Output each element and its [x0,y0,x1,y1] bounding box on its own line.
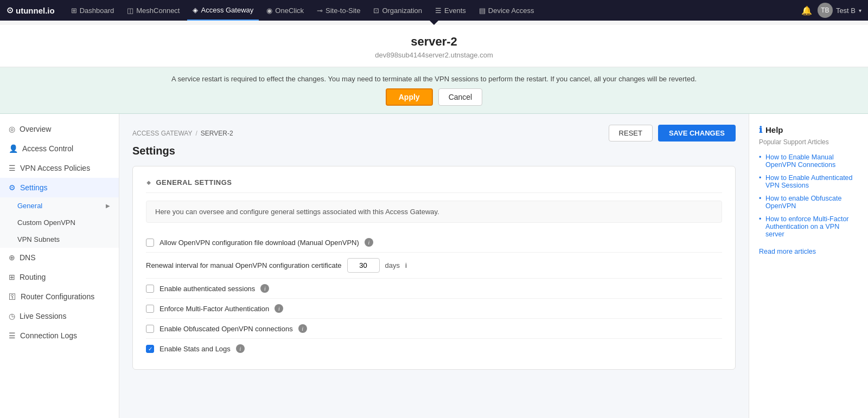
main-content: ACCESS GATEWAY / SERVER-2 RESET SAVE CHA… [119,114,749,418]
notification-message: A service restart is required to effect … [11,75,857,83]
sidebar-dns-label: DNS [20,253,36,262]
sidebar-sub-general[interactable]: General ▶ [0,197,119,214]
sidebar-item-vpn-access-policies[interactable]: ☰ VPN Access Policies [0,158,119,178]
checkbox-obfuscated[interactable] [146,325,154,333]
nav-active-indicator [0,21,868,25]
info-icon-renewal[interactable]: i [405,261,407,269]
sidebar-vpn-policies-label: VPN Access Policies [20,164,90,172]
sidebar-item-connection-logs[interactable]: ☰ Connection Logs [0,326,119,345]
nav-organization-label: Organization [382,7,422,15]
user-menu[interactable]: TB Test B ▾ [818,3,861,18]
label-stats-logs: Enable Stats and Logs [159,345,231,353]
vpn-access-policies-icon: ☰ [9,164,16,172]
notification-banner: A service restart is required to effect … [0,67,868,114]
server-name: server-2 [0,35,868,49]
sidebar-item-dns[interactable]: ⊕ DNS [0,248,119,267]
nav-meshconnect-label: MeshConnect [136,7,180,15]
help-title: ℹ Help [759,125,858,135]
checkbox-authenticated-sessions[interactable] [146,285,154,293]
server-header: server-2 dev898sub4144server2.utnstage.c… [0,25,868,67]
form-row-enforce-mfa: Enforce Multi-Factor Authentication i [146,299,722,319]
main-layout: ◎ Overview 👤 Access Control ☰ VPN Access… [0,114,868,418]
info-icon-obfuscated[interactable]: i [298,324,307,333]
help-article-1[interactable]: How to Enable Authenticated VPN Sessions [759,174,858,189]
meshconnect-icon: ◫ [127,7,133,15]
apply-button[interactable]: Apply [386,88,433,106]
nav-organization[interactable]: ⊡ Organization [368,0,427,21]
form-row-allow-openvpn: Allow OpenVPN configuration file downloa… [146,233,722,253]
breadcrumb-separator: / [195,130,197,137]
settings-icon: ⚙ [9,183,16,192]
nav-events[interactable]: ☰ Events [430,0,471,21]
checkbox-enforce-mfa[interactable] [146,305,154,313]
help-article-0[interactable]: How to Enable Manual OpenVPN Connections [759,153,858,169]
nav-device-access[interactable]: ▤ Device Access [474,0,540,21]
info-icon-authenticated-sessions[interactable]: i [260,284,269,293]
page-title: Settings [132,145,736,157]
reset-button[interactable]: RESET [609,125,653,142]
section-dot-icon: ⬥ [146,177,152,187]
nav-arrow [430,21,438,25]
save-changes-button[interactable]: SAVE CHANGES [658,125,736,142]
nav-site-to-site-label: Site-to-Site [326,7,360,15]
chevron-right-icon: ▶ [106,203,110,209]
events-icon: ☰ [435,7,442,15]
device-access-icon: ▤ [479,7,486,15]
content-header: ACCESS GATEWAY / SERVER-2 RESET SAVE CHA… [132,125,736,142]
sidebar-general-label: General [17,202,42,210]
checkbox-allow-openvpn[interactable] [146,239,154,247]
help-article-3[interactable]: How to enforce Multi-Factor Authenticati… [759,215,858,238]
username-label: Test B [836,7,856,15]
label-authenticated-sessions: Enable authenticated sessions [159,285,255,293]
organization-icon: ⊡ [373,7,379,15]
brand-logo[interactable]: ⊙ utunnel.io [7,5,55,15]
sidebar-item-access-control[interactable]: 👤 Access Control [0,139,119,158]
top-navigation: ⊙ utunnel.io ⊞ Dashboard ◫ MeshConnect ◈… [0,0,868,21]
nav-access-gateway[interactable]: ◈ Access Gateway [187,0,259,21]
logo-icon: ⊙ [7,5,14,15]
nav-access-gateway-label: Access Gateway [201,6,253,14]
cancel-button[interactable]: Cancel [438,88,483,106]
sidebar-item-settings[interactable]: ⚙ Settings [0,178,119,197]
sidebar: ◎ Overview 👤 Access Control ☰ VPN Access… [0,114,119,418]
sidebar-item-overview[interactable]: ◎ Overview [0,119,119,139]
breadcrumb: ACCESS GATEWAY / SERVER-2 [132,130,233,137]
info-icon-allow-openvpn[interactable]: i [365,238,373,247]
help-title-text: Help [765,125,783,134]
nav-oneclick[interactable]: ◉ OneClick [261,0,309,21]
sidebar-sub-custom-openvpn[interactable]: Custom OpenVPN [0,214,119,231]
brand-name: utunnel.io [16,6,55,15]
info-icon-stats-logs[interactable]: i [236,344,245,353]
nav-site-to-site[interactable]: ⊸ Site-to-Site [311,0,366,21]
sidebar-router-config-label: Router Configurations [21,292,94,301]
section-description: Here you can oversee and configure gener… [146,201,722,223]
breadcrumb-parent[interactable]: ACCESS GATEWAY [132,130,192,137]
nav-events-label: Events [444,7,466,15]
nav-dashboard[interactable]: ⊞ Dashboard [66,0,120,21]
routing-icon: ⊞ [9,273,15,281]
sidebar-settings-label: Settings [20,183,48,192]
sidebar-routing-label: Routing [20,273,46,281]
nav-oneclick-label: OneClick [275,7,304,15]
dns-icon: ⊕ [9,253,15,262]
sidebar-item-live-sessions[interactable]: ◷ Live Sessions [0,306,119,326]
nav-meshconnect[interactable]: ◫ MeshConnect [122,0,185,21]
help-article-2[interactable]: How to enable Obfuscate OpenVPN [759,195,858,210]
label-enforce-mfa: Enforce Multi-Factor Authentication [159,305,269,313]
connection-logs-icon: ☰ [9,331,16,340]
sidebar-item-router-configurations[interactable]: ⚿ Router Configurations [0,287,119,306]
sidebar-vpn-subnets-label: VPN Subnets [17,235,60,243]
info-icon-enforce-mfa[interactable]: i [275,304,283,313]
renewal-unit: days [385,261,400,269]
form-row-obfuscated: Enable Obfuscated OpenVPN connections i [146,319,722,339]
help-panel: ℹ Help Popular Support Articles How to E… [749,114,868,418]
checkbox-stats-logs[interactable]: ✓ [146,345,154,353]
read-more-link[interactable]: Read more articles [759,248,816,255]
access-control-icon: 👤 [9,144,18,153]
avatar: TB [818,3,833,18]
renewal-input[interactable] [347,258,380,273]
overview-icon: ◎ [9,125,15,133]
sidebar-item-routing[interactable]: ⊞ Routing [0,267,119,287]
notifications-bell[interactable]: 🔔 [801,5,812,16]
sidebar-sub-vpn-subnets[interactable]: VPN Subnets [0,231,119,248]
